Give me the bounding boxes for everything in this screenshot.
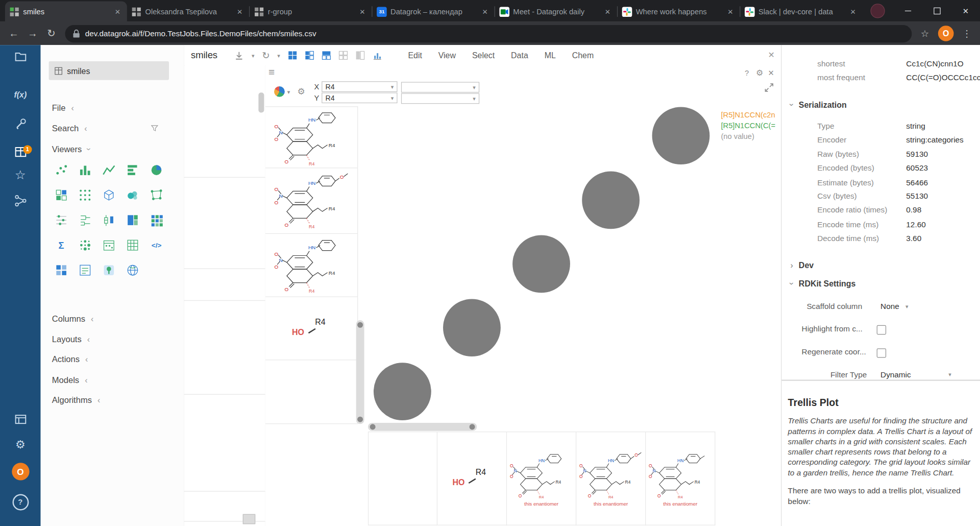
filter-funnel-icon[interactable]	[150, 124, 159, 132]
tab-close-icon[interactable]: ✕	[357, 7, 368, 17]
toolb-section-file[interactable]: File‹	[52, 100, 74, 115]
browser-extension-icon[interactable]	[870, 4, 885, 18]
statistics-icon[interactable]: Σ	[50, 234, 74, 256]
category-bubble[interactable]	[443, 299, 501, 356]
tab-close-icon[interactable]: ✕	[235, 7, 245, 17]
column-chart-icon[interactable]	[372, 51, 382, 61]
toolb-section-layouts[interactable]: Layouts‹	[52, 331, 90, 346]
histogram-icon[interactable]	[73, 159, 97, 181]
menu-ml[interactable]: ML	[545, 51, 556, 60]
back-icon[interactable]: ←	[5, 28, 22, 39]
view-close-icon[interactable]: ✕	[768, 50, 774, 59]
grid-scroll-corner[interactable]	[243, 514, 256, 524]
toolb-section-search[interactable]: Search‹	[52, 121, 173, 135]
matrix-plot-icon[interactable]	[73, 184, 97, 206]
slider-handle-right[interactable]	[470, 424, 475, 429]
layout-grid-icon-disabled-1[interactable]	[338, 51, 348, 60]
caret-down-icon[interactable]: ▾	[252, 52, 255, 58]
horizontal-zoom-slider[interactable]	[368, 423, 477, 431]
category-molecule-cell[interactable]: N O O HN R4 O O R4 this enantiomer	[646, 432, 715, 525]
line-chart-icon[interactable]	[97, 159, 121, 181]
tree-map-icon[interactable]	[121, 209, 145, 231]
window-close-button[interactable]: ✕	[951, 0, 980, 22]
settings-gears-icon[interactable]: ⚙	[15, 438, 26, 451]
tab-close-icon[interactable]: ✕	[480, 7, 490, 17]
section-rdkit-settings[interactable]: ›RDKit Settings	[791, 279, 856, 288]
dendrogram-icon[interactable]	[73, 209, 97, 231]
browser-tab-slack-1[interactable]: Where work happens ✕	[618, 1, 740, 21]
section-serialization[interactable]: ›Serialization	[791, 100, 847, 109]
category-bubble[interactable]	[582, 172, 640, 229]
caret-down-icon[interactable]: ▾	[277, 52, 280, 58]
section-dev[interactable]: ›Dev	[791, 261, 814, 270]
download-icon[interactable]	[234, 51, 244, 61]
projects-window-icon[interactable]	[13, 413, 27, 426]
pie-chart-icon[interactable]	[144, 159, 168, 181]
filter-type-dropdown[interactable]: Dynamic▾	[880, 370, 951, 379]
toolb-section-models[interactable]: Models‹	[52, 372, 88, 387]
slider-handle-left[interactable]	[370, 424, 376, 429]
category-empty-cell[interactable]	[368, 432, 437, 525]
form-viewer-icon[interactable]	[73, 259, 97, 281]
tab-close-icon[interactable]: ✕	[603, 7, 613, 17]
browser-tab-smiles[interactable]: smiles ✕	[5, 1, 127, 21]
pivot-table-icon[interactable]	[121, 234, 145, 256]
functions-icon[interactable]: f(x)	[14, 90, 27, 99]
scatter-plot-3d-icon[interactable]	[97, 184, 121, 206]
layout-grid-icon-3[interactable]	[322, 51, 331, 60]
address-bar[interactable]: dev.datagrok.ai/f/Demo.TestJobs.Files.De…	[65, 25, 912, 42]
category-molecule-cell[interactable]: HOR4	[437, 432, 507, 525]
trellis-plot-icon[interactable]	[50, 184, 74, 206]
forward-icon[interactable]: →	[24, 28, 41, 39]
slider-handle-top[interactable]	[357, 322, 363, 328]
browser-tab-meet[interactable]: Meet - Datagrok daily ✕	[495, 1, 617, 21]
bar-chart-icon[interactable]	[121, 159, 145, 181]
network-diagram-icon[interactable]	[144, 184, 168, 206]
toolb-section-columns[interactable]: Columns‹	[52, 311, 94, 326]
browser-profile-avatar[interactable]: O	[938, 26, 954, 41]
menu-data[interactable]: Data	[511, 51, 528, 60]
slider-handle-bottom[interactable]	[357, 417, 363, 422]
grid-scrollbar-thumb[interactable]	[258, 92, 264, 112]
highlight-checkbox[interactable]	[877, 325, 886, 334]
tab-close-icon[interactable]: ✕	[725, 7, 736, 17]
menu-chem[interactable]: Chem	[572, 51, 594, 60]
word-cloud-icon[interactable]	[121, 184, 145, 206]
category-molecule-cell[interactable]: N O O HN R4 O O R4 this enantiomer	[507, 432, 576, 525]
view-tab-smiles[interactable]: smiles	[191, 50, 217, 60]
browser-menu-kebab-icon[interactable]: ⋮	[959, 28, 975, 39]
tab-close-icon[interactable]: ✕	[848, 7, 858, 17]
calendar-icon[interactable]	[97, 234, 121, 256]
heat-map-icon[interactable]	[144, 209, 168, 231]
category-bubble[interactable]	[652, 107, 710, 164]
menu-edit[interactable]: Edit	[408, 51, 422, 60]
bookmark-star-icon[interactable]: ☆	[917, 28, 933, 39]
scatter-plot-icon[interactable]	[50, 159, 74, 181]
markup-viewer-icon[interactable]: </>	[144, 234, 168, 256]
browser-tab-slack-2[interactable]: Slack | dev-core | data ✕	[740, 1, 862, 21]
pc-plot-icon[interactable]	[50, 209, 74, 231]
toolb-section-algorithms[interactable]: Algorithms‹	[52, 392, 101, 407]
current-table-chip[interactable]: smiles	[49, 61, 169, 80]
category-bubble[interactable]	[512, 235, 570, 293]
menu-view[interactable]: View	[438, 51, 456, 60]
folder-icon[interactable]	[13, 50, 27, 64]
browser-tab-rgroup[interactable]: r-group ✕	[250, 1, 372, 21]
shape-map-icon[interactable]	[97, 259, 121, 281]
toolb-section-actions[interactable]: Actions‹	[52, 351, 88, 366]
layout-grid-icon-2[interactable]	[305, 51, 314, 60]
scaffold-column-dropdown[interactable]: None▾	[880, 302, 908, 311]
toolb-section-viewers[interactable]: Viewers›	[52, 141, 90, 156]
browser-tab-user[interactable]: Oleksandra Tsepilova ✕	[127, 1, 249, 21]
layout-grid-icon-1[interactable]	[288, 51, 297, 60]
tab-close-icon[interactable]: ✕	[113, 7, 123, 17]
menu-select[interactable]: Select	[472, 51, 495, 60]
layout-grid-icon-disabled-2[interactable]	[355, 51, 364, 60]
category-molecule-cell[interactable]: N O O HN R4 O O R4 this enantiomer	[576, 432, 646, 525]
browser-tab-calendar[interactable]: 31 Datagrok – календар ✕	[373, 1, 495, 21]
window-maximize-button[interactable]	[922, 0, 951, 22]
favorites-star-icon[interactable]: ☆	[15, 168, 26, 182]
vertical-zoom-slider[interactable]	[356, 320, 364, 424]
window-minimize-button[interactable]	[894, 0, 922, 22]
sync-icon[interactable]: ↻	[262, 50, 270, 61]
